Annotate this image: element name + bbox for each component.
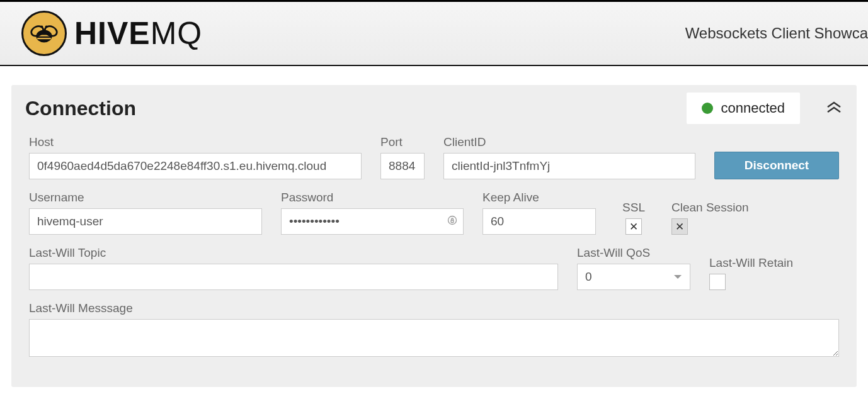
- field-keepalive: Keep Alive: [483, 191, 596, 235]
- brand-right: MQ: [151, 16, 203, 51]
- field-clientid: ClientID: [443, 135, 695, 179]
- field-lastwill-message: Last-Will Messsage: [29, 301, 839, 357]
- cleansession-checkbox[interactable]: ✕: [671, 218, 688, 235]
- field-host: Host: [29, 135, 362, 179]
- ssl-checkbox[interactable]: ✕: [625, 218, 642, 235]
- port-input[interactable]: [380, 153, 425, 179]
- label-lwm: Last-Will Messsage: [29, 301, 839, 315]
- brand-logo: HIVEMQ: [21, 11, 202, 56]
- field-lastwill-topic: Last-Will Topic: [29, 246, 558, 290]
- row-4: Last-Will Messsage: [29, 301, 839, 357]
- password-input[interactable]: [281, 208, 464, 235]
- label-ssl: SSL: [615, 201, 653, 215]
- keepalive-input[interactable]: [483, 208, 596, 235]
- bee-icon: [21, 11, 67, 56]
- connection-form: Host Port ClientID Disconnect Username: [11, 129, 857, 357]
- username-input[interactable]: [29, 208, 262, 235]
- svg-point-5: [45, 25, 48, 28]
- connection-status: connected: [687, 93, 800, 124]
- row-2: Username Password Keep Alive: [29, 191, 839, 235]
- row-1: Host Port ClientID Disconnect: [29, 135, 839, 179]
- panel-title: Connection: [25, 97, 687, 120]
- app-header: HIVEMQ Websockets Client Showca: [0, 2, 868, 66]
- lastwill-retain-checkbox[interactable]: [709, 274, 726, 290]
- lastwill-topic-input[interactable]: [29, 264, 558, 290]
- field-button: Disconnect: [714, 152, 839, 179]
- field-lastwill-qos: Last-Will QoS 0: [577, 246, 690, 290]
- field-port: Port: [380, 135, 425, 179]
- lock-icon: [447, 215, 457, 228]
- field-lastwill-retain: Last-Will Retain: [709, 256, 804, 290]
- label-port: Port: [380, 135, 425, 149]
- label-cleansession: Clean Session: [671, 201, 760, 215]
- row-3: Last-Will Topic Last-Will QoS 0 Last-Wil…: [29, 246, 839, 290]
- svg-point-4: [41, 25, 43, 28]
- status-dot-icon: [702, 103, 713, 114]
- label-lwr: Last-Will Retain: [709, 256, 804, 270]
- label-lwq: Last-Will QoS: [577, 246, 690, 260]
- connection-panel: Connection connected Host Port: [11, 85, 857, 387]
- field-cleansession: Clean Session ✕: [671, 201, 760, 235]
- host-input[interactable]: [29, 153, 362, 179]
- label-keepalive: Keep Alive: [483, 191, 596, 205]
- clientid-input[interactable]: [443, 153, 695, 179]
- content-area: Connection connected Host Port: [0, 66, 868, 398]
- lastwill-qos-value: 0: [585, 270, 592, 284]
- label-clientid: ClientID: [443, 135, 695, 149]
- label-password: Password: [281, 191, 464, 205]
- label-username: Username: [29, 191, 262, 205]
- brand-text: HIVEMQ: [74, 15, 202, 52]
- chevron-down-icon: [673, 274, 682, 280]
- lastwill-message-input[interactable]: [29, 319, 839, 357]
- field-ssl: SSL ✕: [615, 201, 653, 235]
- label-host: Host: [29, 135, 362, 149]
- lastwill-qos-select[interactable]: 0: [577, 264, 690, 290]
- label-lwt: Last-Will Topic: [29, 246, 558, 260]
- status-text: connected: [721, 100, 785, 116]
- chevron-up-double-icon[interactable]: [825, 101, 843, 116]
- field-password: Password: [281, 191, 464, 235]
- header-tagline: Websockets Client Showca: [685, 25, 868, 42]
- panel-header: Connection connected: [11, 85, 857, 129]
- field-username: Username: [29, 191, 262, 235]
- svg-rect-7: [451, 220, 454, 223]
- brand-left: HIVE: [74, 16, 151, 51]
- disconnect-button[interactable]: Disconnect: [714, 152, 839, 179]
